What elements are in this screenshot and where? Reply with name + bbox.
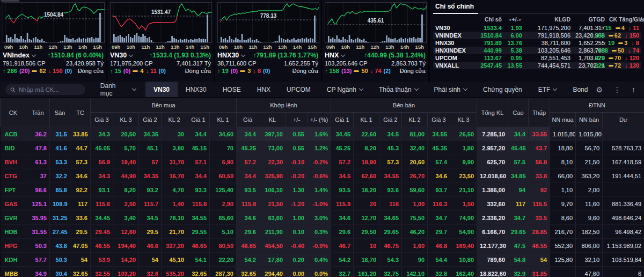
time-axis: 09h10h11h12h13h14h15h (217, 44, 318, 50)
table-row-BVH[interactable]: BVH61.353.357.356.919,405731,7057.16,905… (1, 155, 644, 169)
sub-col-header[interactable]: Giá 1 (331, 113, 354, 127)
sub-col-header[interactable]: Giá 3 (428, 113, 450, 127)
index-row-vn30[interactable]: VN301533.41.93171,975,2007,401.317↑ 154↓… (433, 24, 641, 32)
indices-tabbar: Chỉ số chính (433, 0, 641, 14)
unchanged-icon (354, 70, 359, 72)
table-row-BID[interactable]: BID47.841.644.745.055,7045.13,8045.15704… (1, 141, 644, 155)
intraday-chart: 1531.47 (110, 1, 212, 44)
kebab-menu-icon[interactable]: ⋮ (613, 85, 621, 94)
col-header[interactable]: CK (1, 98, 26, 127)
symbol-cell[interactable]: KDH (1, 253, 26, 267)
indices-header-gtgd[interactable]: GTGD (573, 14, 607, 24)
table-row-GAS[interactable]: GAS125.1108.9117115.62,50115.71,40115.82… (1, 197, 644, 211)
index-row-hnx30[interactable]: HNX30791.8913.7638,711,6001,652.255↑ 193… (433, 39, 641, 47)
table-row-FPT[interactable]: FPT98.685.892.293.18,2093.24,7093.3125,4… (1, 183, 644, 197)
chart-breadth-row: ↑ 158(13)50↓ 74(2)Đóng cửa (325, 68, 426, 74)
gear-icon[interactable]: ⚙ (596, 85, 603, 94)
chart-index-selector[interactable]: VN30 (110, 52, 127, 59)
table-row-HDB[interactable]: HDB31.5527.4529.529.4512,6029.521,7029.5… (1, 225, 644, 239)
symbol-cell[interactable]: MBB (1, 267, 26, 277)
advancers: ↑ 19 (217, 68, 229, 74)
sub-col-header[interactable]: +/- (%) (308, 113, 331, 127)
chart-value: 1,652.255 Tỷ (284, 60, 318, 67)
chart-index-selector[interactable]: HNX (325, 52, 339, 59)
nav-tab-chứng-quyền[interactable]: Chứng quyền (475, 82, 530, 97)
collapse-up-icon[interactable]: ↑ (632, 85, 635, 94)
col-header[interactable]: Trần (26, 98, 50, 127)
sub-col-header[interactable]: +/- (286, 113, 308, 127)
nav-tab-bond[interactable]: Bond (565, 82, 596, 97)
tab-chi-so-chinh[interactable]: Chỉ số chính (433, 1, 478, 14)
sub-col-header[interactable]: NN bán (576, 113, 603, 127)
index-row-upcom[interactable]: UPCOM113.670.9582,551,4531,703.079↑ 2207… (433, 54, 641, 62)
indices-header-klgd[interactable]: KLGD (524, 14, 573, 24)
watchlist-menu[interactable]: Danh mục (91, 82, 145, 97)
search-input[interactable] (19, 86, 80, 93)
session-status: Đóng cửa (400, 68, 426, 74)
nav-tab-thỏa-thuận[interactable]: Thỏa thuận (371, 82, 426, 97)
table-row-GVR[interactable]: GVR35.9531.2533.634.453,4034.578,1034.55… (1, 211, 644, 225)
table-row-KDH[interactable]: KDH57.750.35453.914,205445,1054.122,2054… (1, 253, 644, 267)
sub-col-header[interactable]: KL 3 (450, 113, 477, 127)
chart-index-value: ↑1510.84 (6 0.40%) (47, 52, 104, 59)
time-axis: 09h10h11h12h13h14h15h (3, 44, 104, 50)
sub-col-header[interactable]: Dư (603, 113, 644, 127)
indices-header-advdec[interactable]: CK Tăng/Giảm (607, 14, 641, 24)
unchanged: 50 (361, 68, 368, 74)
sub-col-header[interactable]: NN mua (550, 113, 576, 127)
chart-volume: 171,975,200 CP (110, 60, 153, 67)
decliners: ↓ 8 (253, 68, 261, 74)
chart-index-selector[interactable]: VNIndex (3, 52, 30, 59)
symbol-cell[interactable]: HDB (1, 225, 26, 239)
nav-tab-hose[interactable]: HOSE (215, 82, 249, 97)
sub-col-header[interactable]: KL 3 (113, 113, 139, 127)
table-row-HPG[interactable]: HPG50.343.847.0546.55194,4046.6327,2046.… (1, 239, 644, 253)
symbol-cell[interactable]: CTG (1, 169, 26, 183)
table-row-MBB[interactable]: MBB34.930.432.6532.55103,2032.6535,2032.… (1, 267, 644, 277)
sub-col-header[interactable]: Giá (237, 113, 259, 127)
chart-value: 2,863.703 Tỷ (391, 60, 426, 67)
sub-col-header[interactable]: KL 2 (402, 113, 428, 127)
chart-index-value: ↑1533.4 (1.93 0.13%) (149, 52, 211, 59)
col-header[interactable]: Thấp (529, 98, 550, 127)
chart-index-selector[interactable]: HNX30 (217, 52, 239, 59)
sub-col-header[interactable]: Giá 2 (139, 113, 162, 127)
col-header[interactable]: Tổng KL (477, 98, 508, 127)
col-header[interactable]: Sàn (50, 98, 70, 127)
indices-header-change[interactable]: ◄+/-► (504, 14, 524, 24)
index-row-vnindex[interactable]: VNINDEX1510.846.00791,918,50623,420.958↑… (433, 32, 641, 39)
symbol-cell[interactable]: GVR (1, 211, 26, 225)
symbol-search[interactable] (5, 84, 85, 95)
sub-col-header[interactable]: KL (259, 113, 286, 127)
indices-header-value[interactable]: Chỉ số (474, 14, 504, 24)
symbol-cell[interactable]: BID (1, 141, 26, 155)
col-header[interactable]: Cao (508, 98, 529, 127)
intraday-chart: 1504.84 (3, 1, 105, 44)
col-header[interactable]: TC (70, 98, 91, 127)
sub-col-header[interactable]: KL 1 (210, 113, 237, 127)
symbol-cell[interactable]: ACB (1, 127, 26, 141)
symbol-cell[interactable]: GAS (1, 197, 26, 211)
market-tabs: VN30HNX30HOSEHNXUPCOMCP NgànhThỏa thuậnP… (145, 82, 596, 97)
nav-tab-upcom[interactable]: UPCOM (279, 82, 319, 97)
top-notch (1, 0, 19, 2)
sub-col-header[interactable]: Giá 2 (379, 113, 402, 127)
symbol-cell[interactable]: BVH (1, 155, 26, 169)
symbol-cell[interactable]: FPT (1, 183, 26, 197)
nav-tab-phái-sinh[interactable]: Phái sinh (426, 82, 475, 97)
nav-tab-hnx30[interactable]: HNX30 (178, 82, 215, 97)
sub-col-header[interactable]: KL 2 (162, 113, 187, 127)
sub-col-header[interactable]: KL 1 (354, 113, 379, 127)
nav-tab-hnx[interactable]: HNX (249, 82, 279, 97)
sub-col-header[interactable]: Giá 3 (91, 113, 113, 127)
index-row-vnxall[interactable]: VNXALL2547.4513.55744,454,57123,702.21↑ … (433, 62, 641, 69)
nav-tab-vn30[interactable]: VN30 (145, 82, 178, 97)
advancers-ceiling: (20) (19, 68, 30, 74)
symbol-cell[interactable]: HPG (1, 239, 26, 253)
nav-tab-etf[interactable]: ETF (530, 82, 565, 97)
nav-tab-cp-ngành[interactable]: CP Ngành (319, 82, 371, 97)
table-row-CTG[interactable]: CTG3732.234.634.344,9034.3516,7034.460,5… (1, 169, 644, 183)
index-row-hnxindex[interactable]: HNXINDEX440.995.38103,205,6462,863.703↑ … (433, 47, 641, 54)
sub-col-header[interactable]: Giá 1 (187, 113, 210, 127)
table-row-ACB[interactable]: ACB36.231.533.8534.320,5034.353034.434,6… (1, 127, 644, 141)
